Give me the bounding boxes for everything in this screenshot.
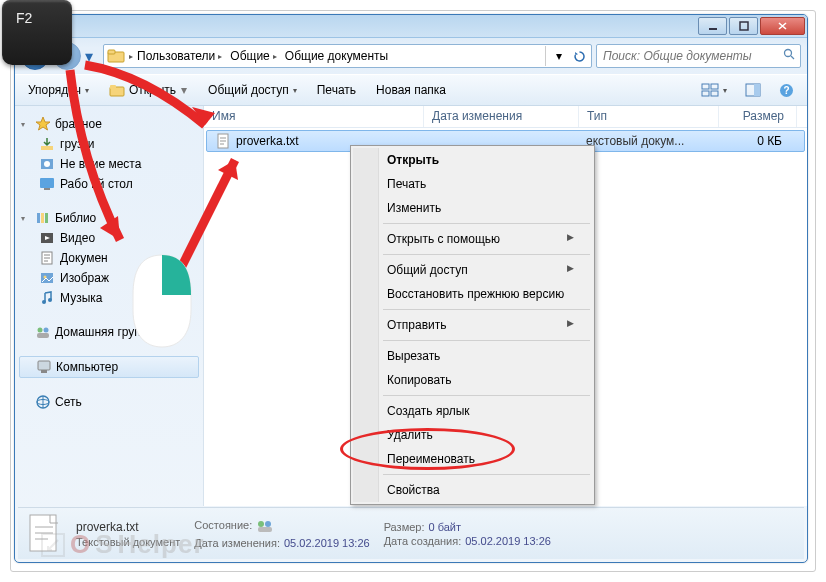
network-icon <box>35 394 51 410</box>
breadcrumb-segment[interactable]: Общие▸ <box>226 47 280 65</box>
sidebar-item-desktop[interactable]: Рабо ий стол <box>19 174 199 194</box>
context-menu-share[interactable]: Общий доступ▶ <box>353 258 592 282</box>
svg-point-28 <box>48 298 52 302</box>
context-menu-properties[interactable]: Свойства <box>353 478 592 502</box>
svg-point-29 <box>38 328 43 333</box>
open-button[interactable]: Открыть ▾ <box>102 78 195 102</box>
context-menu-delete[interactable]: Удалить <box>353 423 592 447</box>
refresh-button[interactable] <box>570 46 588 66</box>
sidebar-favorites-header[interactable]: ▾бранное <box>19 114 199 134</box>
svg-rect-10 <box>711 91 718 96</box>
svg-rect-6 <box>110 85 116 89</box>
breadcrumb-dropdown-button[interactable]: ▾ <box>550 46 568 66</box>
new-folder-button[interactable]: Новая папка <box>369 79 453 101</box>
column-headers: Имя Дата изменения Тип Размер <box>204 106 807 128</box>
svg-point-38 <box>258 521 264 527</box>
sidebar-item-videos[interactable]: Видео <box>19 228 199 248</box>
context-menu-print[interactable]: Печать <box>353 172 592 196</box>
mouse-rightclick-icon <box>125 250 200 350</box>
downloads-icon <box>39 136 55 152</box>
context-menu-copy[interactable]: Копировать <box>353 368 592 392</box>
watermark: OSHelper <box>40 529 205 560</box>
svg-rect-9 <box>702 91 709 96</box>
desktop-icon <box>39 176 55 192</box>
svg-rect-1 <box>740 22 748 30</box>
address-bar: ▾ ▸ Пользователи▸ Общие▸ Общие документы… <box>15 38 807 74</box>
context-menu-open[interactable]: Открыть <box>353 148 592 172</box>
svg-rect-40 <box>258 527 272 532</box>
svg-rect-19 <box>44 188 50 190</box>
print-button[interactable]: Печать <box>310 79 363 101</box>
status-modified-value: 05.02.2019 13:26 <box>284 537 370 549</box>
context-menu-restore[interactable]: Восстановить прежнюю версию <box>353 282 592 306</box>
homegroup-icon <box>35 324 51 340</box>
svg-rect-32 <box>38 361 50 370</box>
organize-button[interactable]: Упорядоч ▾ <box>21 79 96 101</box>
svg-point-17 <box>44 161 50 167</box>
sidebar-item-recent[interactable]: Не вние места <box>19 154 199 174</box>
context-menu-openwith[interactable]: Открыть с помощью▶ <box>353 227 592 251</box>
svg-point-27 <box>42 300 46 304</box>
context-menu-rename[interactable]: Переименовать <box>353 447 592 471</box>
toolbar: Упорядоч ▾ Открыть ▾ Общий доступ ▾ Печа… <box>15 74 807 106</box>
search-icon <box>783 47 796 65</box>
context-menu-cut[interactable]: Вырезать <box>353 344 592 368</box>
close-button[interactable] <box>760 17 805 35</box>
preview-pane-button[interactable] <box>738 79 768 102</box>
status-modified-label: Дата изменения: <box>194 537 280 549</box>
music-icon <box>39 290 55 306</box>
pictures-icon <box>39 270 55 286</box>
svg-rect-22 <box>45 213 48 223</box>
svg-rect-8 <box>711 84 718 89</box>
status-size-value: 0 байт <box>429 521 462 533</box>
help-button[interactable]: ? <box>772 79 801 102</box>
share-button[interactable]: Общий доступ ▾ <box>201 79 304 101</box>
open-icon <box>109 82 125 98</box>
view-options-button[interactable]: ▾ <box>694 79 734 102</box>
svg-rect-21 <box>41 213 44 223</box>
svg-point-39 <box>265 521 271 527</box>
context-menu-shortcut[interactable]: Создать ярлык <box>353 399 592 423</box>
svg-point-30 <box>44 328 49 333</box>
breadcrumb-segment[interactable]: Общие документы <box>281 47 392 65</box>
status-created-label: Дата создания: <box>384 535 462 547</box>
svg-rect-3 <box>108 50 115 54</box>
column-date[interactable]: Дата изменения <box>424 106 579 127</box>
shared-icon <box>256 519 274 535</box>
sidebar-item-downloads[interactable]: грузки <box>19 134 199 154</box>
star-icon <box>35 116 51 132</box>
search-input[interactable] <box>601 48 783 64</box>
svg-rect-18 <box>40 178 54 188</box>
context-menu: Открыть Печать Изменить Открыть с помощь… <box>350 145 595 505</box>
textfile-icon <box>215 133 231 149</box>
documents-icon <box>39 250 55 266</box>
column-type[interactable]: Тип <box>579 106 719 127</box>
minimize-button[interactable] <box>698 17 727 35</box>
nav-history-dropdown[interactable]: ▾ <box>85 47 99 66</box>
column-name[interactable]: Имя <box>204 106 424 127</box>
recent-icon <box>39 156 55 172</box>
svg-rect-31 <box>37 333 49 338</box>
context-menu-sendto[interactable]: Отправить▶ <box>353 313 592 337</box>
file-name-label: proverka.txt <box>236 134 299 148</box>
svg-point-4 <box>785 50 792 57</box>
video-icon <box>39 230 55 246</box>
file-type-label: екстовый докум... <box>578 134 716 148</box>
libraries-icon <box>35 210 51 226</box>
search-box[interactable] <box>596 44 801 68</box>
maximize-button[interactable] <box>729 17 758 35</box>
sidebar-computer[interactable]: Компьютер <box>19 356 199 378</box>
sidebar-libraries-header[interactable]: ▾Библио <box>19 208 199 228</box>
f2-key-overlay: F2 <box>2 0 72 65</box>
breadcrumb-bar[interactable]: ▸ Пользователи▸ Общие▸ Общие документы ▾ <box>103 44 592 68</box>
computer-icon <box>36 359 52 375</box>
column-size[interactable]: Размер <box>719 106 797 127</box>
svg-rect-7 <box>702 84 709 89</box>
svg-rect-0 <box>709 28 717 30</box>
sidebar-network[interactable]: Сеть <box>19 392 199 412</box>
file-size-label: 0 КБ <box>716 134 790 148</box>
context-menu-edit[interactable]: Изменить <box>353 196 592 220</box>
titlebar <box>15 15 807 38</box>
breadcrumb-segment[interactable]: Пользователи▸ <box>133 47 226 65</box>
status-created-value: 05.02.2019 13:26 <box>465 535 551 547</box>
